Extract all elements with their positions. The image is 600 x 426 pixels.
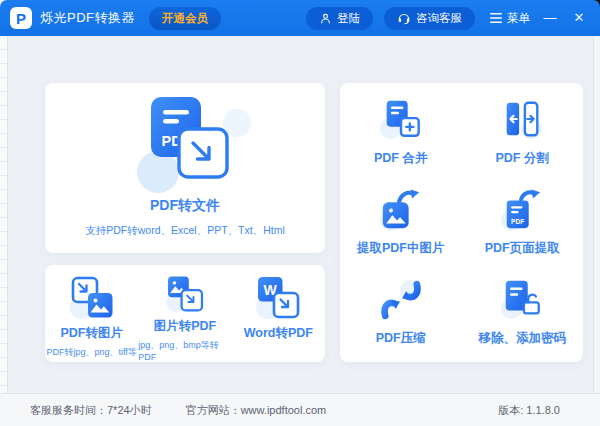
login-button[interactable]: 登陆 (306, 7, 373, 30)
image-to-pdf-item[interactable]: 图片转PDF jpg、png、bmp等转PDF (138, 274, 231, 362)
image-to-pdf-icon (162, 274, 208, 313)
password-item[interactable]: 移除、添加密码 (462, 268, 584, 358)
pdf-to-file-title: PDF转文件 (45, 197, 325, 215)
user-icon (319, 12, 332, 25)
app-logo: P (10, 7, 32, 29)
pdf-split-icon (500, 98, 544, 142)
extract-pages-icon: PDF (500, 188, 544, 232)
pdf-to-file-icon: PDF (138, 93, 232, 185)
open-vip-button[interactable]: 开通会员 (149, 7, 221, 30)
word-to-pdf-item[interactable]: W Word转PDF (232, 274, 325, 362)
password-label: 移除、添加密码 (479, 330, 567, 347)
extract-pages-item[interactable]: PDF PDF页面提取 (462, 177, 584, 267)
menu-button[interactable]: 菜单 (490, 11, 530, 26)
version-text: 版本: 1.1.8.0 (498, 403, 560, 418)
app-window: P 烁光PDF转换器 开通会员 登陆 咨询客服 (0, 0, 600, 426)
image-to-pdf-label: 图片转PDF (154, 318, 217, 335)
hamburger-icon (490, 13, 502, 23)
titlebar: P 烁光PDF转换器 开通会员 登陆 咨询客服 (0, 0, 600, 36)
customer-service-button[interactable]: 咨询客服 (384, 7, 475, 30)
extract-images-icon (379, 188, 423, 232)
website-text: 官方网站：www.ipdftool.com (186, 403, 327, 418)
pdf-to-file-subtitle: 支持PDF转word、Excel、PPT、Txt、Html (45, 224, 325, 238)
pdf-merge-item[interactable]: PDF 合并 (340, 87, 462, 177)
pdf-to-image-item[interactable]: PDF转图片 PDF转jpg、png、tiff等 (45, 274, 138, 362)
pdf-to-image-subtitle: PDF转jpg、png、tiff等 (46, 346, 136, 359)
tools-card: PDF 合并 PDF 分割 提取PDF中图片 (340, 83, 583, 362)
pdf-split-item[interactable]: PDF 分割 (462, 87, 584, 177)
extract-images-label: 提取PDF中图片 (357, 240, 445, 257)
convert-row-card: PDF转图片 PDF转jpg、png、tiff等 图片转PDF jpg、png、… (45, 265, 325, 362)
pdf-to-file-card[interactable]: PDF PDF转文件 支持PDF转word、Excel、PPT、Txt、Html (45, 83, 325, 253)
app-title: 烁光PDF转换器 (40, 9, 135, 27)
logo-letter: P (16, 10, 26, 27)
extract-pages-label: PDF页面提取 (485, 240, 560, 257)
extract-images-item[interactable]: 提取PDF中图片 (340, 177, 462, 267)
pdf-merge-icon (379, 98, 423, 142)
background-window-right-edge (593, 36, 600, 393)
close-button[interactable]: ✕ (570, 9, 588, 27)
statusbar: 客服服务时间：7*24小时 官方网站：www.ipdftool.com 版本: … (0, 393, 600, 426)
pdf-compress-icon (379, 278, 423, 322)
word-to-pdf-label: Word转PDF (244, 325, 313, 342)
word-to-pdf-icon: W (255, 274, 301, 320)
image-to-pdf-subtitle: jpg、png、bmp等转PDF (138, 339, 231, 362)
pdf-compress-item[interactable]: PDF压缩 (340, 268, 462, 358)
pdf-to-image-icon (69, 274, 115, 320)
service-time-text: 客服服务时间：7*24小时 (30, 403, 152, 418)
pdf-compress-label: PDF压缩 (376, 330, 426, 347)
password-lock-icon (500, 278, 544, 322)
headset-icon (397, 11, 411, 25)
background-window-left-edge (0, 36, 8, 426)
pdf-badge-small: PDF (511, 218, 524, 225)
pdf-merge-label: PDF 合并 (374, 150, 427, 167)
minimize-button[interactable]: — (541, 9, 559, 27)
pdf-to-image-label: PDF转图片 (60, 325, 123, 342)
pdf-split-label: PDF 分割 (496, 150, 549, 167)
